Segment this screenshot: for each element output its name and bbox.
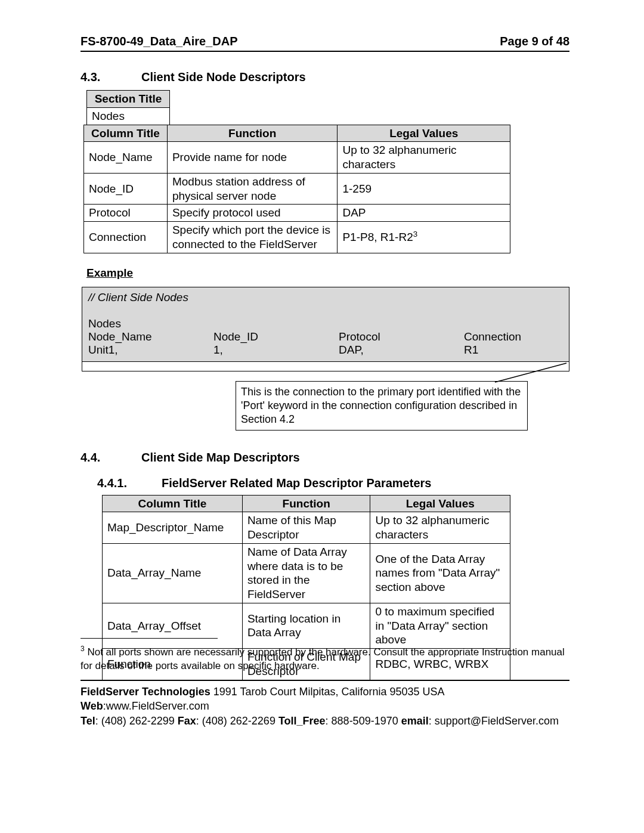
section-title-header: Section Title	[87, 91, 170, 108]
ex-v-nodename: Unit1,	[88, 343, 213, 357]
ex-v-connection: R1	[464, 343, 563, 357]
heading-4-4-1: 4.4.1. FieldServer Related Map Descripto…	[97, 476, 569, 490]
footnote-text: Not all ports shown are necessarily supp…	[80, 646, 565, 671]
callout: This is the connection to the primary po…	[236, 381, 528, 431]
example-comment: // Client Side Nodes	[88, 291, 563, 304]
node-descriptors-table: Column Title Function Legal Values Node_…	[83, 125, 510, 253]
page-number: Page 9 of 48	[500, 35, 569, 48]
ex-v-nodeid: 1,	[213, 343, 339, 357]
page-footer: FieldServer Technologies 1991 Tarob Cour…	[80, 680, 569, 728]
footer-company: FieldServer Technologies	[80, 686, 210, 698]
page: FS-8700-49_Data_Aire_DAP Page 9 of 48 4.…	[0, 0, 644, 833]
table-row: Data_Array_Name Name of Data Array where…	[103, 543, 510, 603]
table-row: Node_Name Provide name for node Up to 32…	[84, 142, 510, 174]
ex-v-protocol: DAP,	[339, 343, 464, 357]
page-header: FS-8700-49_Data_Aire_DAP Page 9 of 48	[80, 35, 569, 52]
doc-title: FS-8700-49_Data_Aire_DAP	[80, 35, 237, 48]
heading-num: 4.3.	[80, 70, 116, 84]
th-function: Function	[167, 125, 338, 142]
table-row: Data_Array_Offset Starting location in D…	[103, 603, 510, 648]
subheading-num: 4.4.1.	[97, 476, 133, 490]
ex-h-connection: Connection	[464, 330, 563, 343]
th-column-title: Column Title	[103, 495, 243, 512]
table-row: Protocol Specify protocol used DAP	[84, 205, 510, 222]
heading-title: Client Side Map Descriptors	[141, 451, 300, 465]
example-nodes: Nodes	[88, 317, 563, 330]
callout-connector-icon	[492, 361, 569, 385]
footnote-separator	[80, 638, 218, 639]
callout-text: This is the connection to the primary po…	[236, 381, 528, 431]
ex-h-nodename: Node_Name	[88, 330, 213, 343]
example-box: // Client Side Nodes Nodes Node_Name Nod…	[82, 287, 569, 362]
th-legal-values: Legal Values	[338, 125, 510, 142]
th-function: Function	[242, 495, 370, 512]
section-title-table: Section Title Nodes	[86, 90, 170, 125]
svg-line-0	[495, 363, 566, 382]
th-column-title: Column Title	[84, 125, 168, 142]
heading-num: 4.4.	[80, 451, 116, 465]
table-row: Map_Descriptor_Name Name of this Map Des…	[103, 512, 510, 544]
heading-title: Client Side Node Descriptors	[141, 70, 306, 84]
table-row: Connection Specify which port the device…	[84, 222, 510, 253]
footnote-sup: 3	[80, 645, 85, 653]
example-label: Example	[86, 267, 569, 280]
ex-h-nodeid: Node_ID	[213, 330, 339, 343]
heading-4-4: 4.4. Client Side Map Descriptors	[80, 451, 569, 465]
table-row: Node_ID Modbus station address of physic…	[84, 173, 510, 205]
footnote: 3 Not all ports shown are necessarily su…	[80, 644, 569, 673]
subheading-title: FieldServer Related Map Descriptor Param…	[162, 476, 431, 490]
heading-4-3: 4.3. Client Side Node Descriptors	[80, 70, 569, 84]
ex-h-protocol: Protocol	[339, 330, 464, 343]
th-legal-values: Legal Values	[370, 495, 510, 512]
section-title-value: Nodes	[87, 107, 170, 125]
